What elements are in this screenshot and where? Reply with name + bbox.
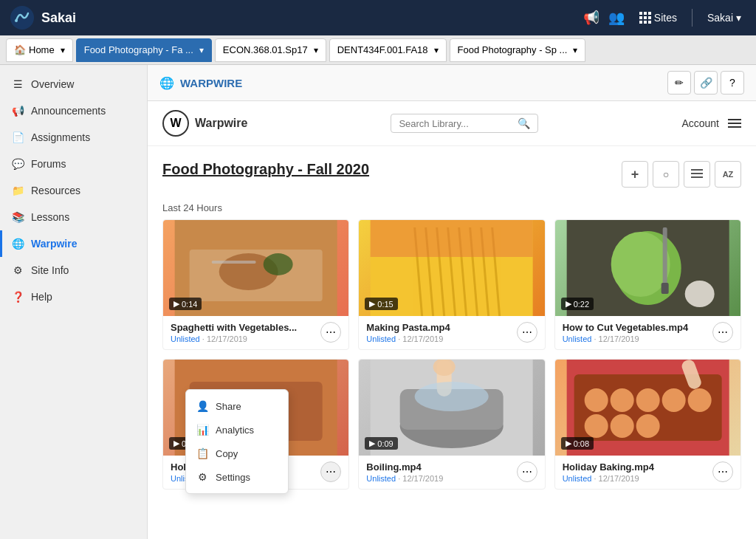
- user-menu-button[interactable]: Sakai ▾: [701, 9, 747, 27]
- tab-home-caret[interactable]: ▾: [61, 45, 65, 55]
- nav-divider: [692, 9, 693, 27]
- svg-point-49: [636, 414, 659, 438]
- more-button-4[interactable]: ⋯: [320, 461, 341, 482]
- circle-button[interactable]: ○: [653, 161, 679, 188]
- menu-item-analytics[interactable]: 📊 Analytics: [186, 418, 288, 442]
- more-button-3[interactable]: ⋯: [712, 322, 733, 343]
- globe-icon: 🌐: [159, 76, 174, 90]
- video-meta-3: Unlisted · 12/17/2019: [563, 334, 688, 343]
- video-meta-5: Unlisted · 12/17/2019: [366, 474, 443, 483]
- toolbar-right: Account: [681, 117, 741, 129]
- context-menu: 👤 Share 📊 Analytics 📋 Copy ⚙: [185, 389, 289, 494]
- svg-rect-19: [371, 220, 533, 257]
- search-input[interactable]: [399, 118, 513, 129]
- tab-food-photo-caret[interactable]: ▾: [199, 45, 204, 55]
- video-meta-6: Unlisted · 12/17/2019: [563, 474, 654, 483]
- main-layout: ☰ Overview 📢 Announcements 📄 Assignments…: [0, 65, 756, 539]
- settings-icon: ⚙: [196, 471, 208, 483]
- more-button-6[interactable]: ⋯: [712, 461, 733, 482]
- link-button[interactable]: 🔗: [694, 71, 718, 95]
- copy-icon: 📋: [196, 447, 208, 459]
- site-info-icon: ⚙: [12, 264, 24, 276]
- top-nav-right: 📢 👥 Sites Sakai ▾: [583, 9, 747, 27]
- sidebar-item-help[interactable]: ❓ Help: [0, 284, 147, 310]
- sidebar-item-lessons[interactable]: 📚 Lessons: [0, 204, 147, 230]
- library-title: Food Photography - Fall 2020: [162, 161, 369, 178]
- home-icon: 🏠: [14, 44, 26, 55]
- sidebar-item-assignments[interactable]: 📄 Assignments: [0, 124, 147, 151]
- help-button[interactable]: ?: [721, 71, 744, 95]
- video-thumb-5[interactable]: ▶ 0:09: [359, 360, 544, 456]
- top-navigation: Sakai 📢 👥 Sites Sakai ▾: [0, 0, 756, 35]
- tab-econ-caret[interactable]: ▾: [314, 45, 318, 55]
- tab-econ[interactable]: ECON.368.01.Sp17 ▾: [215, 38, 326, 62]
- sidebar-overview-label: Overview: [31, 78, 74, 90]
- users-icon[interactable]: 👥: [608, 10, 625, 26]
- sidebar-item-announcements[interactable]: 📢 Announcements: [0, 97, 147, 124]
- search-bar[interactable]: 🔍: [391, 114, 538, 133]
- video-card-3: ▶ 0:22 How to Cut Vegetables.mp4 Unliste…: [554, 219, 741, 350]
- warpwire-content: W Warpwire 🔍 Account Food Photography: [148, 101, 756, 504]
- video-thumb-1[interactable]: ▶ 0:14: [163, 220, 348, 316]
- sidebar-announcements-label: Announcements: [31, 105, 106, 117]
- dropdown-caret: ▾: [736, 12, 741, 24]
- tab-food-photo[interactable]: Food Photography - Fa ... ▾: [76, 38, 212, 62]
- svg-point-39: [415, 382, 489, 411]
- tab-dent-caret[interactable]: ▾: [434, 45, 439, 55]
- hamburger-menu[interactable]: [728, 119, 741, 128]
- more-button-5[interactable]: ⋯: [517, 461, 537, 482]
- logo-area[interactable]: Sakai: [9, 4, 76, 31]
- video-title-3: How to Cut Vegetables.mp4: [563, 322, 688, 333]
- svg-point-44: [636, 388, 659, 412]
- lessons-icon: 📚: [12, 211, 24, 223]
- sidebar-item-overview[interactable]: ☰ Overview: [0, 71, 147, 97]
- warpwire-logo: W: [162, 110, 189, 137]
- sidebar-item-warpwire[interactable]: 🌐 Warpwire: [0, 230, 147, 257]
- svg-point-45: [662, 388, 685, 412]
- svg-rect-9: [212, 261, 256, 264]
- video-card-4: ▶ 0:08 Holiday Baking.mp4 Unlisted · 12/…: [162, 359, 349, 490]
- more-button-2[interactable]: ⋯: [517, 322, 537, 343]
- account-label[interactable]: Account: [681, 117, 719, 129]
- duration-badge-3: ▶ 0:22: [561, 298, 594, 310]
- menu-item-share[interactable]: 👤 Share: [186, 394, 288, 418]
- video-card-5: ▶ 0:09 Boiling.mp4 Unlisted · 12/17/2019: [358, 359, 545, 490]
- svg-point-46: [687, 388, 711, 412]
- warpwire-header-bar: 🌐 WARPWIRE ✏ 🔗 ?: [148, 65, 756, 101]
- video-thumb-2[interactable]: ▶ 0:15: [359, 220, 544, 316]
- sidebar: ☰ Overview 📢 Announcements 📄 Assignments…: [0, 65, 148, 539]
- tab-dent[interactable]: DENT434F.001.FA18 ▾: [329, 38, 447, 62]
- sidebar-item-site-info[interactable]: ⚙ Site Info: [0, 257, 147, 284]
- sidebar-warpwire-label: Warpwire: [31, 238, 78, 250]
- edit-button[interactable]: ✏: [667, 71, 691, 95]
- duration-badge-2: ▶ 0:15: [365, 298, 397, 310]
- tab-food-sp[interactable]: Food Photography - Sp ... ▾: [450, 38, 586, 62]
- warpwire-toolbar: W Warpwire 🔍 Account: [148, 101, 756, 146]
- svg-point-43: [610, 388, 633, 412]
- duration-badge-1: ▶ 0:14: [169, 298, 202, 310]
- menu-item-copy[interactable]: 📋 Copy: [186, 442, 288, 465]
- tab-bar: 🏠 Home ▾ Food Photography - Fa ... ▾ ECO…: [0, 35, 756, 65]
- content-area: 🌐 WARPWIRE ✏ 🔗 ? W Warpwire 🔍: [148, 65, 756, 539]
- tab-food-sp-caret[interactable]: ▾: [573, 45, 577, 55]
- menu-share-label: Share: [216, 401, 241, 412]
- sort-az-button[interactable]: AZ: [715, 161, 741, 188]
- list-view-button[interactable]: [684, 161, 710, 188]
- warpwire-nav-icon: 🌐: [12, 238, 24, 250]
- menu-item-settings[interactable]: ⚙ Settings: [186, 465, 288, 489]
- sites-button[interactable]: Sites: [633, 9, 683, 27]
- video-info-3: How to Cut Vegetables.mp4 Unlisted · 12/…: [555, 316, 740, 349]
- video-title-1: Spaghetti with Vegetables...: [171, 322, 297, 333]
- announcement-icon[interactable]: 📢: [583, 10, 599, 26]
- svg-rect-4: [691, 176, 703, 178]
- video-thumb-6[interactable]: ▶ 0:08: [555, 360, 740, 456]
- sidebar-item-resources[interactable]: 📁 Resources: [0, 177, 147, 204]
- more-button-1[interactable]: ⋯: [320, 322, 341, 343]
- add-button[interactable]: +: [622, 161, 648, 188]
- svg-rect-24: [661, 283, 668, 294]
- video-info-1: Spaghetti with Vegetables... Unlisted · …: [163, 316, 348, 349]
- sidebar-item-forums[interactable]: 💬 Forums: [0, 151, 147, 177]
- tab-home[interactable]: 🏠 Home ▾: [6, 38, 73, 62]
- video-thumb-3[interactable]: ▶ 0:22: [555, 220, 740, 316]
- svg-point-42: [584, 388, 608, 412]
